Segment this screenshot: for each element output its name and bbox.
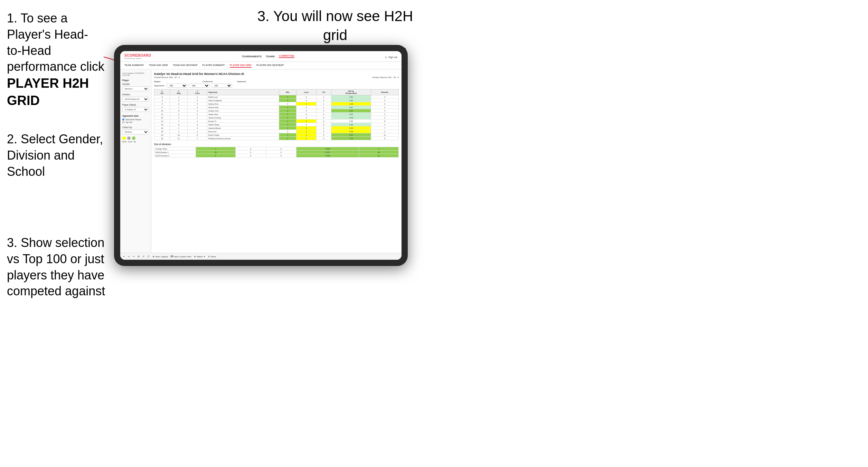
cell-win: 4 [279, 133, 296, 137]
nav-teams[interactable]: TEAMS [266, 55, 275, 58]
cell-opponent: Esther Lee [207, 95, 279, 99]
subnav-team-h2h-grid[interactable]: TEAM H2H GRID [149, 63, 168, 68]
refresh-icon[interactable]: ↺ [142, 255, 144, 258]
cell-tie: 0 [316, 137, 331, 140]
nav-tournaments[interactable]: TOURNAMENTS [242, 55, 262, 58]
cell-reg: 11 [170, 137, 188, 140]
colour-up-dot [132, 136, 135, 140]
opponent-view-label: Opponent view [122, 115, 149, 117]
cell-div: 10 [154, 109, 170, 113]
subnav-player-h2h-grid[interactable]: PLAYER H2H GRID [230, 63, 252, 68]
cell-conf: 4 [188, 106, 207, 109]
step2-text: 2. Select Gender, Division and School [7, 131, 111, 180]
cell-div: 5 [154, 99, 170, 102]
cell-win: 0 [279, 130, 296, 133]
division-select[interactable]: NCAA Division III [122, 97, 149, 102]
sub-nav: TEAM SUMMARY TEAM H2H GRID TEAM H2H HEAT… [120, 62, 402, 69]
col-reg: #Reg [170, 89, 188, 95]
tablet-screen: SCOREBOARD Powered by clippd TOURNAMENTS… [120, 51, 402, 260]
subnav-player-h2h-heatmap[interactable]: PLAYER H2H HEATMAP [256, 63, 284, 68]
cell-opponent: Eunice Yi [207, 120, 279, 123]
radio-top100[interactable]: Top 100 [122, 121, 149, 123]
cell-rounds: 3 [371, 106, 398, 109]
cell-diff: 3.33 [331, 113, 371, 116]
watch-btn[interactable]: 👁 Watch ▼ [194, 256, 205, 258]
subnav-team-h2h-heatmap[interactable]: TEAM H2H HEATMAP [173, 63, 198, 68]
view-original-btn[interactable]: 👁 View: Original [152, 256, 168, 258]
conference-label: Conference [202, 80, 230, 83]
region-filter[interactable]: (All) [167, 84, 187, 88]
cell-diff: 4.00 [331, 109, 371, 113]
cell-tie: 0 [266, 151, 296, 154]
cell-diff: 1.25 [331, 123, 371, 126]
table-row: 10 6 3 Andrea York 2 0 0 4.00 4 [154, 109, 399, 113]
cell-rounds: 10 [359, 154, 399, 158]
subnav-team-summary[interactable]: TEAM SUMMARY [124, 63, 144, 68]
tablet-frame: SCOREBOARD Powered by clippd TOURNAMENTS… [114, 45, 408, 266]
radio-opponents-played[interactable]: Opponents Played [122, 118, 149, 121]
opponent-filter[interactable]: (All) [211, 84, 232, 88]
player-rank-select[interactable]: 8. Katelyn Vo [122, 107, 149, 112]
cell-tie: 0 [266, 154, 296, 158]
col-loss: Loss [296, 89, 316, 95]
clock-icon[interactable]: ⏱ [147, 255, 150, 258]
share-btn[interactable]: ⬆ Share [208, 255, 216, 258]
table-row: 5 2 2 Alexis Sudjianto 1 0 0 4.00 3 [154, 99, 399, 102]
cell-div: 6 [154, 102, 170, 106]
table-row: NAIA Division 1 15 0 0 9.267 30 [154, 151, 399, 154]
cell-conf: 2 [188, 99, 207, 102]
col-conf: #Conf [188, 89, 207, 95]
cell-loss: 0 [296, 109, 316, 113]
sign-out[interactable]: i | Sign out [385, 53, 397, 59]
undo2-icon[interactable]: ↩ [128, 255, 130, 258]
cell-opponent: Stella Cheng [207, 123, 279, 126]
cell-conf: 2 [188, 130, 207, 133]
colour-by-select[interactable]: Win/loss [122, 130, 149, 134]
out-of-division-title: Out of division [154, 143, 399, 145]
cell-div: 15 [154, 123, 170, 126]
gender-select[interactable]: Women's [122, 86, 149, 91]
colour-legend [122, 136, 149, 140]
cell-opponent: Jessica Mason [207, 126, 279, 130]
cell-rounds: 9 [371, 120, 398, 123]
cell-loss: 1 [296, 137, 316, 140]
filter-selects-row: Opponents: (All) (All) (All) [154, 84, 399, 88]
page-title: Katelyn Vo Head-to-Head Grid for Women's… [154, 72, 399, 76]
col-div: #Div [154, 89, 170, 95]
cell-div: 14 [154, 120, 170, 123]
col-tie: Tie [316, 89, 331, 95]
table-row: 13 1 1 Jessica Huang 1 0 0 -3.00 2 [154, 116, 399, 120]
cell-win: 1 [279, 126, 296, 130]
eye-icon: 👁 [152, 256, 154, 258]
cell-win: 1 [279, 106, 296, 109]
cell-diff: 9.267 [296, 151, 359, 154]
cell-diff: 0.30 [331, 133, 371, 137]
nav-committee[interactable]: COMMITTEE [279, 55, 294, 58]
cell-diff: 3.67 [331, 106, 371, 109]
save-custom-view-btn[interactable]: 💾 Save Custom View [171, 255, 191, 258]
cell-win: 1 [279, 116, 296, 120]
main-content: Last Updated: 27/03/2024 16:55:30 Player… [120, 69, 402, 260]
cell-team: NAIA Division 1 [154, 151, 196, 154]
grid-icon[interactable]: ⊞ [138, 255, 140, 258]
subnav-player-summary[interactable]: PLAYER SUMMARY [202, 63, 225, 68]
cell-reg: 8 [170, 123, 188, 126]
cell-loss: 0 [296, 106, 316, 109]
undo-icon[interactable]: ↩ [123, 255, 125, 258]
cell-reg: 7 [170, 120, 188, 123]
cell-reg: 1 [170, 126, 188, 130]
table-row: Foreign Team 1 0 0 4.500 2 [154, 147, 399, 151]
cell-tie: 0 [316, 123, 331, 126]
region-label: Region [154, 80, 196, 83]
cell-loss: 0 [296, 95, 316, 99]
sidebar-colour-section: Colour by Win/loss Down Level Up [122, 126, 149, 143]
cell-opponent: Sydney Kuo [207, 102, 279, 106]
filters-container: Region Conference Opponent Opponents: (A… [154, 80, 399, 88]
cell-rounds: 4 [371, 109, 398, 113]
cell-tie: 0 [316, 99, 331, 102]
redo-icon[interactable]: ↪ [133, 255, 135, 258]
cell-loss: 0 [235, 147, 266, 151]
conference-filter[interactable]: (All) [189, 84, 210, 88]
cell-reg: 10 [170, 133, 188, 137]
cell-div: 13 [154, 116, 170, 120]
